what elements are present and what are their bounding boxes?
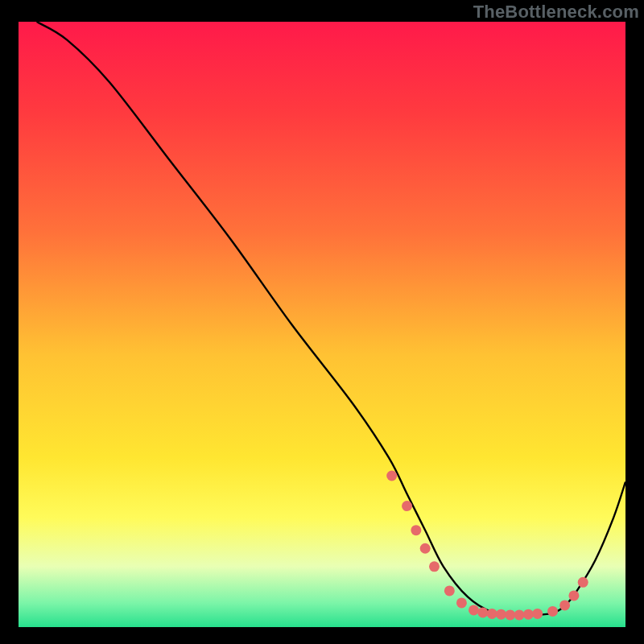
marker-dot: [505, 609, 515, 620]
marker-dot: [469, 605, 479, 615]
marker-dot: [444, 585, 455, 596]
marker-dot: [559, 600, 570, 610]
marker-dot: [523, 609, 534, 620]
marker-dot: [456, 597, 467, 608]
marker-dot: [402, 501, 412, 511]
marker-dot: [429, 561, 440, 572]
marker-dot: [496, 609, 506, 620]
plot-area: [19, 22, 625, 627]
marker-dot: [578, 577, 588, 588]
marker-dot: [532, 609, 543, 619]
marker-dot: [420, 543, 431, 554]
watermark-text: TheBottleneck.com: [473, 2, 639, 23]
marker-dot: [487, 609, 497, 619]
marker-dot: [411, 525, 421, 535]
chart-frame: TheBottleneck.com: [0, 0, 644, 644]
marker-dot: [514, 609, 525, 620]
gradient-background: [19, 22, 625, 627]
chart-svg: [19, 22, 625, 627]
marker-dot: [568, 590, 579, 601]
marker-dot: [477, 607, 488, 617]
marker-dot: [386, 471, 397, 481]
marker-dot: [547, 606, 558, 617]
